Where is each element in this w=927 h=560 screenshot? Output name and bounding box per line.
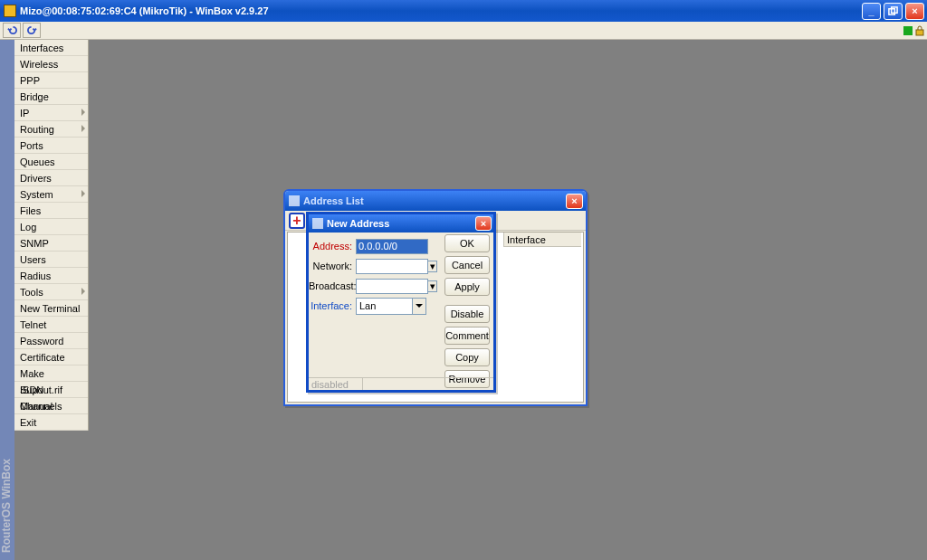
restore-button[interactable] — [884, 3, 903, 20]
new-address-titlebar[interactable]: New Address × — [309, 214, 493, 233]
menu-item-ip[interactable]: IP — [14, 105, 88, 121]
menu-item-snmp[interactable]: SNMP — [14, 235, 88, 252]
menu-item-tools[interactable]: Tools — [14, 284, 88, 300]
workspace: RouterOS WinBox InterfacesWirelessPPPBri… — [0, 40, 927, 560]
network-input[interactable] — [356, 259, 428, 274]
redo-button[interactable] — [23, 23, 41, 38]
address-input[interactable] — [356, 239, 428, 254]
close-button[interactable]: × — [905, 3, 924, 20]
menu-item-wireless[interactable]: Wireless — [14, 56, 88, 72]
interface-label: Interface: — [309, 300, 356, 311]
app-icon — [4, 5, 16, 17]
app-titlebar: Mizo@00:08:75:02:69:C4 (MikroTik) - WinB… — [0, 0, 927, 22]
menu-item-new-terminal[interactable]: New Terminal — [14, 300, 88, 317]
menu-item-certificate[interactable]: Certificate — [14, 349, 88, 365]
interface-select[interactable]: Lan — [356, 298, 426, 315]
app-toolbar — [0, 22, 927, 40]
chevron-right-icon — [81, 288, 85, 295]
chevron-right-icon — [81, 190, 85, 197]
cancel-button[interactable]: Cancel — [444, 256, 490, 274]
menu-item-log[interactable]: Log — [14, 219, 88, 235]
vertical-strip: RouterOS WinBox — [0, 40, 14, 560]
vertical-label: RouterOS WinBox — [0, 459, 14, 553]
menu-item-radius[interactable]: Radius — [14, 268, 88, 284]
broadcast-input[interactable] — [356, 279, 428, 294]
menu-item-interfaces[interactable]: Interfaces — [14, 40, 88, 56]
menu-item-files[interactable]: Files — [14, 203, 88, 219]
new-address-window: New Address × Address: Network: ▾ Broadc… — [306, 212, 496, 393]
menu-item-queues[interactable]: Queues — [14, 154, 88, 170]
comment-button[interactable]: Comment — [444, 327, 490, 345]
plus-icon: + — [292, 214, 301, 227]
menu-item-users[interactable]: Users — [14, 252, 88, 268]
network-expand-icon[interactable]: ▾ — [428, 261, 437, 272]
connection-led-icon — [903, 26, 913, 35]
menu-item-isdn-channels[interactable]: ISDN Channels — [14, 382, 88, 398]
network-label: Network: — [309, 261, 356, 271]
menu-item-password[interactable]: Password — [14, 333, 88, 349]
new-address-close-button[interactable]: × — [475, 216, 492, 231]
svg-rect-2 — [916, 30, 923, 35]
add-address-button[interactable]: + — [289, 213, 305, 229]
column-header-interface[interactable]: Interface — [503, 233, 581, 247]
chevron-down-icon — [412, 299, 425, 314]
menu-item-ppp[interactable]: PPP — [14, 72, 88, 89]
broadcast-expand-icon[interactable]: ▾ — [428, 280, 437, 292]
interface-select-value: Lan — [359, 300, 412, 311]
new-address-title: New Address — [327, 218, 475, 229]
menu-item-system[interactable]: System — [14, 186, 88, 203]
address-list-close-button[interactable]: × — [566, 194, 583, 209]
address-list-titlebar[interactable]: Address List × — [285, 191, 586, 211]
address-list-title: Address List — [303, 195, 566, 206]
menu-item-ports[interactable]: Ports — [14, 138, 88, 154]
chevron-right-icon — [81, 109, 85, 116]
menu-item-routing[interactable]: Routing — [14, 121, 88, 138]
new-address-statusbar: disabled — [309, 377, 493, 390]
ok-button[interactable]: OK — [444, 234, 490, 252]
undo-button[interactable] — [3, 23, 21, 38]
app-title: Mizo@00:08:75:02:69:C4 (MikroTik) - WinB… — [20, 5, 862, 16]
lock-icon — [915, 25, 924, 36]
chevron-right-icon — [81, 125, 85, 132]
menu-item-telnet[interactable]: Telnet — [14, 317, 88, 333]
side-menu: InterfacesWirelessPPPBridgeIPRoutingPort… — [14, 40, 89, 431]
disable-button[interactable]: Disable — [444, 305, 490, 323]
menu-item-drivers[interactable]: Drivers — [14, 170, 88, 186]
menu-item-manual[interactable]: Manual — [14, 398, 88, 414]
address-label: Address: — [309, 241, 356, 252]
broadcast-label: Broadcast: — [309, 280, 356, 291]
copy-button[interactable]: Copy — [444, 348, 490, 366]
menu-item-make-supout-rif[interactable]: Make Supout.rif — [14, 365, 88, 382]
window-icon — [312, 218, 323, 229]
window-icon — [289, 195, 300, 206]
menu-item-bridge[interactable]: Bridge — [14, 89, 88, 105]
apply-button[interactable]: Apply — [444, 278, 490, 296]
status-text: disabled — [309, 378, 363, 390]
menu-item-exit[interactable]: Exit — [14, 414, 88, 431]
minimize-button[interactable]: _ — [862, 3, 881, 20]
